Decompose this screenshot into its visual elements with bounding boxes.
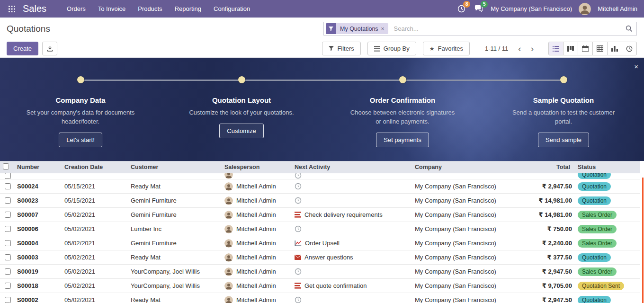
clock-activity-icon[interactable] (295, 183, 302, 190)
table-row[interactable]: S00004 05/02/2021 Gemini Furniture Mitch… (0, 236, 640, 250)
menu-products[interactable]: Products (134, 2, 166, 15)
salesperson-avatar (224, 182, 233, 191)
row-checkbox[interactable] (5, 283, 11, 289)
cell-number: S00018 (17, 282, 38, 289)
menu-reporting[interactable]: Reporting (170, 2, 206, 15)
search-icon[interactable] (621, 25, 636, 32)
cell-number: S00003 (17, 254, 38, 261)
step-quotation-layout: Quotation Layout Customize the look of y… (161, 73, 322, 161)
table-row[interactable]: S00003 05/02/2021 Ready Mat Mitchell Adm… (0, 250, 640, 265)
clock-activity-icon[interactable] (295, 296, 302, 303)
col-next-activity[interactable]: Next Activity (292, 161, 412, 173)
clock-activity-icon[interactable] (295, 268, 302, 275)
row-checkbox[interactable] (5, 197, 11, 204)
envelope-activity-icon[interactable] (295, 255, 301, 260)
cell-customer: YourCompany, Joel Willis (131, 268, 200, 275)
row-checkbox[interactable] (5, 183, 11, 189)
facet-remove-icon[interactable]: × (381, 26, 385, 32)
filters-button[interactable]: Filters (322, 42, 360, 55)
app-title[interactable]: Sales (23, 3, 46, 14)
row-checkbox[interactable] (5, 254, 11, 260)
cell-company: My Company (San Francisco) (415, 240, 496, 247)
menu-to-invoice[interactable]: To Invoice (94, 2, 130, 15)
row-checkbox[interactable] (5, 173, 11, 179)
send-sample-button[interactable]: Send sample (538, 133, 589, 147)
groupby-button[interactable]: Group By (367, 42, 416, 55)
pager-range: 1-11 / 11 (485, 45, 508, 52)
create-button[interactable]: Create (7, 42, 38, 55)
cell-customer: Ready Mat (131, 183, 161, 190)
activities-icon[interactable]: 8 (456, 4, 466, 14)
user-menu[interactable]: Mitchell Admin (598, 5, 637, 12)
tasks-activity-icon[interactable] (295, 283, 301, 289)
bars-icon (374, 46, 380, 52)
search-facet[interactable]: My Quotations × (326, 23, 388, 34)
top-bar: Sales Orders To Invoice Products Reporti… (0, 0, 644, 18)
customize-button[interactable]: Customize (219, 124, 263, 138)
chart-activity-icon[interactable] (295, 240, 302, 246)
col-status[interactable]: Status (575, 161, 640, 173)
view-calendar-icon[interactable] (578, 42, 593, 55)
salesperson-avatar (224, 225, 233, 233)
table-row[interactable]: S00002 05/02/2021 Ready Mat Mitchell Adm… (0, 293, 640, 303)
select-all-checkbox[interactable] (3, 163, 9, 169)
set-payments-button[interactable]: Set payments (376, 133, 429, 147)
row-checkbox[interactable] (5, 226, 11, 232)
cell-customer: Gemini Furniture (131, 197, 177, 204)
lets-start-button[interactable]: Let's start! (59, 133, 102, 147)
table-row[interactable]: S00007 05/02/2021 Gemini Furniture Mitch… (0, 208, 640, 222)
row-checkbox[interactable] (5, 297, 11, 303)
apps-menu-icon[interactable] (7, 4, 17, 14)
col-creation-date[interactable]: Creation Date (62, 161, 128, 173)
favorites-button[interactable]: ★ Favorites (423, 42, 470, 55)
row-checkbox[interactable] (5, 268, 11, 275)
table-row[interactable]: S00018 05/02/2021 YourCompany, Joel Will… (0, 279, 640, 293)
menu-configuration[interactable]: Configuration (209, 2, 254, 15)
table-row[interactable]: S00024 05/15/2021 Ready Mat Mitchell Adm… (0, 179, 640, 194)
cell-number: S00007 (17, 211, 38, 218)
table-row[interactable]: S00023 05/15/2021 Gemini Furniture Mitch… (0, 194, 640, 208)
table-row[interactable]: Quotation (0, 173, 640, 179)
user-avatar[interactable] (579, 3, 591, 15)
company-switcher[interactable]: My Company (San Francisco) (491, 5, 572, 12)
clock-activity-icon[interactable] (295, 225, 302, 232)
clock-activity-icon[interactable] (295, 197, 302, 204)
vertical-scrollbar[interactable] (642, 178, 644, 303)
table-row[interactable]: S00019 05/02/2021 YourCompany, Joel Will… (0, 265, 640, 279)
view-pivot-icon[interactable] (592, 42, 608, 55)
cell-company: My Company (San Francisco) (415, 183, 496, 190)
search-bar[interactable]: My Quotations × (323, 22, 637, 36)
tasks-activity-icon[interactable] (295, 212, 301, 218)
view-kanban-icon[interactable] (563, 42, 578, 55)
activity-label: Get quote confirmation (304, 282, 367, 289)
menu-orders[interactable]: Orders (63, 2, 90, 15)
search-input[interactable] (390, 25, 621, 32)
cell-total: ₹ 2,947.50 (542, 183, 572, 190)
cell-company: My Company (San Francisco) (415, 211, 496, 218)
table-row[interactable]: S00006 05/02/2021 Lumber Inc Mitchell Ad… (0, 222, 640, 236)
filter-facet-icon (326, 23, 336, 34)
col-total[interactable]: Total (522, 161, 575, 173)
messages-icon[interactable]: 5 (473, 4, 484, 14)
salesperson-avatar (224, 211, 233, 219)
salesperson-avatar (224, 267, 233, 276)
view-graph-icon[interactable] (607, 42, 622, 55)
cell-date: 05/15/2021 (64, 197, 95, 204)
clock-activity-icon[interactable] (295, 173, 302, 179)
salesperson-avatar (224, 173, 233, 179)
row-checkbox[interactable] (5, 240, 11, 246)
col-number[interactable]: Number (14, 161, 62, 173)
export-icon[interactable] (42, 42, 57, 55)
pager-next-icon[interactable]: › (527, 44, 538, 53)
col-salesperson[interactable]: Salesperson (222, 161, 292, 173)
row-checkbox[interactable] (5, 212, 11, 218)
view-switcher (548, 42, 637, 55)
salesperson-name: Mitchell Admin (236, 183, 276, 190)
pager-previous-icon[interactable]: ‹ (514, 44, 525, 53)
view-activity-icon[interactable] (622, 42, 637, 55)
col-company[interactable]: Company (412, 161, 522, 173)
view-list-icon[interactable] (548, 42, 564, 55)
cell-company: My Company (San Francisco) (415, 296, 496, 303)
col-customer[interactable]: Customer (128, 161, 222, 173)
step-sample-quotation: Sample Quotation Send a quotation to tes… (483, 73, 644, 161)
